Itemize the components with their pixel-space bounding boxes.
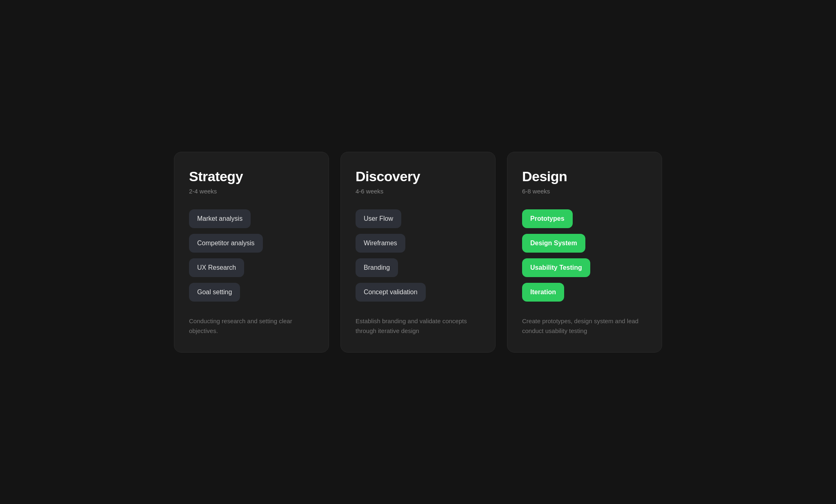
strategy-tag-2: UX Research (189, 258, 244, 277)
discovery-description: Establish branding and validate concepts… (356, 316, 480, 336)
discovery-tag-0: User Flow (356, 209, 401, 228)
discovery-duration: 4-6 weeks (356, 188, 480, 195)
strategy-tag-1: Competitor analysis (189, 234, 263, 253)
strategy-tag-3: Goal setting (189, 283, 240, 302)
design-tag-0: Prototypes (522, 209, 573, 228)
design-description: Create prototypes, design system and lea… (522, 316, 647, 336)
strategy-title: Strategy (189, 169, 314, 184)
discovery-tag-1: Wireframes (356, 234, 405, 253)
design-tag-1: Design System (522, 234, 585, 253)
card-discovery: Discovery4-6 weeksUser FlowWireframesBra… (340, 152, 496, 353)
design-tag-2: Usability Testing (522, 258, 590, 277)
discovery-title: Discovery (356, 169, 480, 184)
strategy-tags-list: Market analysisCompetitor analysisUX Res… (189, 209, 314, 302)
design-duration: 6-8 weeks (522, 188, 647, 195)
card-strategy: Strategy2-4 weeksMarket analysisCompetit… (174, 152, 329, 353)
discovery-tags-list: User FlowWireframesBrandingConcept valid… (356, 209, 480, 302)
design-tag-3: Iteration (522, 283, 564, 302)
strategy-description: Conducting research and setting clear ob… (189, 316, 314, 336)
design-title: Design (522, 169, 647, 184)
card-design: Design6-8 weeksPrototypesDesign SystemUs… (507, 152, 662, 353)
design-tags-list: PrototypesDesign SystemUsability Testing… (522, 209, 647, 302)
discovery-tag-2: Branding (356, 258, 398, 277)
cards-container: Strategy2-4 weeksMarket analysisCompetit… (173, 152, 663, 353)
strategy-tag-0: Market analysis (189, 209, 251, 228)
strategy-duration: 2-4 weeks (189, 188, 314, 195)
discovery-tag-3: Concept validation (356, 283, 426, 302)
